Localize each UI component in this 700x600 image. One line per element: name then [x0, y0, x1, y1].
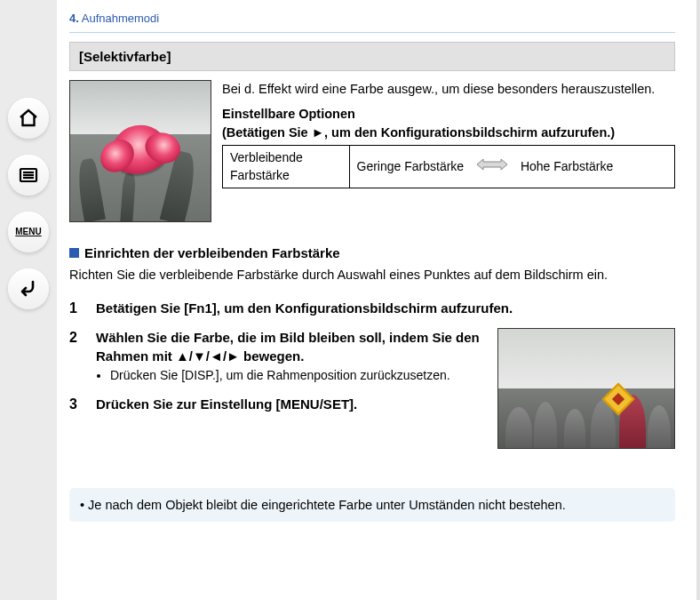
intro-row: Bei d. Effekt wird eine Farbe ausgew., u…: [69, 80, 675, 222]
range-high: Hohe Farbstärke: [521, 159, 613, 173]
back-button[interactable]: [8, 268, 49, 309]
nav-rail: MENU: [0, 0, 57, 600]
subsection-heading: Einrichten der verbleibenden Farbstärke: [69, 244, 675, 262]
option-range: Geringe Farbstärke Hohe Farbstärke: [349, 146, 674, 188]
breadcrumb-title: Aufnahmemodi: [82, 12, 159, 25]
steps-list: Betätigen Sie [Fn1], um den Konfiguratio…: [69, 299, 675, 317]
intro-description: Bei d. Effekt wird eine Farbe ausgew., u…: [222, 80, 675, 98]
steps-with-thumb: Wählen Sie die Farbe, die im Bild bleibe…: [69, 328, 675, 449]
example-photo-tulips: [497, 328, 675, 449]
subsection-body: Richten Sie die verbleibende Farbstärke …: [69, 266, 675, 284]
options-table: Verbleibende Farbstärke Geringe Farbstär…: [222, 145, 675, 188]
menu-label: MENU: [15, 226, 41, 238]
square-bullet-icon: [69, 248, 79, 258]
content-area: 4. Aufnahmemodi [Selektivfarbe] Bei d. E…: [57, 0, 700, 600]
menu-button[interactable]: MENU: [8, 212, 49, 252]
list-icon: [18, 164, 39, 186]
section-title: [Selektivfarbe]: [69, 42, 675, 71]
example-photo-flower: [69, 80, 211, 222]
step-1: Betätigen Sie [Fn1], um den Konfiguratio…: [69, 299, 675, 317]
flower-accent: [107, 120, 172, 179]
page: MENU 4. Aufnahmemodi [Selektivfarbe] Bei…: [0, 0, 700, 600]
step-3: Drücken Sie zur Einstellung [MENU/SET].: [69, 395, 485, 413]
breadcrumb-number: 4.: [69, 12, 79, 25]
table-row: Verbleibende Farbstärke Geringe Farbstär…: [223, 146, 675, 188]
option-label: Verbleibende Farbstärke: [223, 146, 350, 188]
double-arrow-icon: [476, 158, 508, 176]
step-2-sub: Drücken Sie [DISP.], um die Rahmenpositi…: [110, 367, 485, 385]
home-button[interactable]: [8, 98, 49, 139]
range-low: Geringe Farbstärke: [357, 159, 465, 173]
back-arrow-icon: [18, 278, 39, 300]
toc-button[interactable]: [8, 155, 49, 196]
note-box: Je nach dem Objekt bleibt die eingericht…: [69, 488, 675, 522]
options-heading: Einstellbare Optionen (Betätigen Sie ►, …: [222, 105, 675, 141]
home-icon: [18, 108, 39, 129]
step-2: Wählen Sie die Farbe, die im Bild bleibe…: [69, 328, 485, 385]
intro-text: Bei d. Effekt wird eine Farbe ausgew., u…: [222, 80, 675, 222]
breadcrumb: 4. Aufnahmemodi: [69, 9, 675, 33]
note-text: Je nach dem Objekt bleibt die eingericht…: [80, 498, 566, 512]
